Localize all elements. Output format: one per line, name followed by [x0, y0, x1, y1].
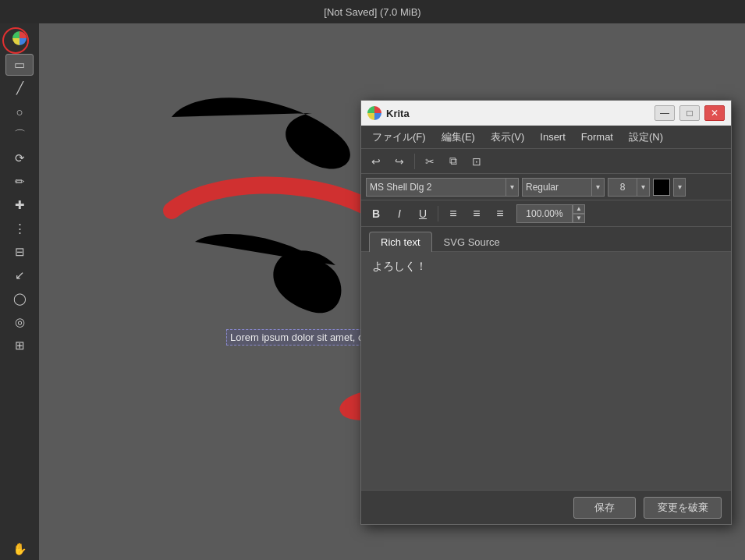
- dialog-edit-toolbar: ↩ ↪ ✂ ⧉ ⊡: [361, 149, 731, 174]
- font-size-dropdown[interactable]: ▾: [637, 178, 650, 197]
- save-button[interactable]: 保存: [573, 497, 636, 519]
- crop-icon: ✚: [15, 198, 25, 212]
- ellipse-icon: ○: [16, 105, 23, 119]
- magnetic-tool-button[interactable]: ◎: [5, 311, 34, 333]
- zoom-control: ▲ ▼: [516, 204, 585, 223]
- font-name-control: ▾: [366, 178, 519, 197]
- font-size-control: ▾: [608, 178, 650, 197]
- smart-patch-button[interactable]: ⊞: [5, 335, 34, 356]
- dialog-text-content[interactable]: よろしく！: [361, 252, 731, 490]
- zoom-up-button[interactable]: ▲: [573, 204, 585, 214]
- bold-button[interactable]: B: [366, 204, 386, 223]
- paste-icon: ⊡: [472, 155, 481, 168]
- dialog-krita-logo: [367, 106, 381, 120]
- italic-button[interactable]: I: [389, 204, 410, 223]
- maximize-button[interactable]: □: [679, 105, 700, 121]
- title-text: [Not Saved] (7.0 MiB): [324, 6, 420, 18]
- dialog-font-toolbar: ▾ ▾ ▾ ▾: [361, 174, 731, 200]
- undo-button[interactable]: ↩: [366, 152, 386, 171]
- eraser-tool-button[interactable]: ⊟: [5, 241, 34, 263]
- align-center-button[interactable]: ≡: [467, 204, 487, 223]
- italic-icon: I: [398, 207, 401, 220]
- menu-view[interactable]: 表示(V): [483, 127, 532, 147]
- align-center-icon: ≡: [473, 207, 480, 221]
- font-style-dropdown[interactable]: ▾: [592, 178, 605, 197]
- menu-file[interactable]: ファイル(F): [364, 127, 434, 147]
- ellipse-tool-button[interactable]: ○: [5, 101, 34, 122]
- dialog-format-toolbar: B I U ≡ ≡ ≡ ▲ ▼: [361, 200, 731, 227]
- transform-tool-button[interactable]: ⟳: [5, 147, 34, 169]
- copy-button[interactable]: ⧉: [443, 152, 463, 171]
- undo-icon: ↩: [371, 155, 381, 168]
- zoom-spinners: ▲ ▼: [573, 204, 585, 223]
- align-left-icon: ≡: [449, 207, 456, 221]
- copy-icon: ⧉: [449, 154, 457, 168]
- path-icon: ⌒: [14, 128, 26, 143]
- align-right-icon: ≡: [496, 207, 503, 221]
- crop-tool-button[interactable]: ✚: [5, 194, 34, 216]
- eraser-icon: ⊟: [15, 245, 25, 259]
- tab-svg-source[interactable]: SVG Source: [432, 232, 512, 252]
- align-right-button[interactable]: ≡: [490, 204, 510, 223]
- zoom-down-button[interactable]: ▼: [573, 214, 585, 223]
- minimize-button[interactable]: —: [655, 105, 675, 121]
- hand-tool-button[interactable]: ✋: [5, 538, 34, 560]
- dialog-titlebar: Krita — □ ✕: [361, 101, 731, 126]
- bezier-icon: ↙: [15, 268, 25, 282]
- smart-patch-icon: ⊞: [15, 338, 25, 353]
- sample-tool-button[interactable]: ⋮: [5, 218, 34, 239]
- font-style-input[interactable]: [522, 178, 592, 197]
- lasso-icon: ◯: [13, 292, 27, 306]
- krita-dialog: Krita — □ ✕ ファイル(F) 編集(E) 表示(V) Insert F…: [360, 100, 732, 525]
- dialog-footer: 保存 変更を破棄: [361, 490, 731, 524]
- font-style-control: ▾: [522, 178, 605, 197]
- select-tool-button[interactable]: ▭: [5, 54, 34, 76]
- format-sep: [438, 206, 438, 222]
- toolbar-separator-1: [414, 154, 415, 169]
- align-left-button[interactable]: ≡: [443, 204, 463, 223]
- tab-rich-text[interactable]: Rich text: [369, 232, 432, 252]
- zoom-input[interactable]: [516, 204, 573, 223]
- brush-tool-button[interactable]: ╱: [5, 77, 34, 99]
- color-dropdown[interactable]: ▾: [673, 178, 686, 197]
- font-name-input[interactable]: [366, 178, 506, 197]
- canvas-lorem-text: Lorem ipsum dolor sit amet, co: [230, 331, 369, 343]
- brush-icon: ╱: [16, 81, 23, 95]
- paste-button[interactable]: ⊡: [467, 152, 487, 171]
- bold-icon: B: [372, 207, 380, 220]
- hand-icon: ✋: [12, 542, 27, 556]
- left-toolbar: ▭ ╱ ○ ⌒ ⟳ ✏ ✚ ⋮ ⊟ ↙ ◯ ◎ ⊞ ✋: [0, 23, 39, 560]
- app-title-bar: [Not Saved] (7.0 MiB): [0, 0, 745, 23]
- discard-button[interactable]: 変更を破棄: [644, 497, 722, 519]
- freehand-icon: ✏: [15, 175, 25, 189]
- krita-logo-icon: [12, 31, 27, 45]
- select-icon: ▭: [14, 58, 25, 72]
- font-name-dropdown[interactable]: ▾: [506, 178, 519, 197]
- dialog-menubar: ファイル(F) 編集(E) 表示(V) Insert Format 設定(N): [361, 126, 731, 149]
- redo-icon: ↪: [395, 155, 404, 168]
- content-text: よろしく！: [372, 260, 427, 272]
- bezier-tool-button[interactable]: ↙: [5, 264, 34, 286]
- redo-button[interactable]: ↪: [389, 152, 410, 171]
- lasso-tool-button[interactable]: ◯: [5, 288, 34, 310]
- sample-icon: ⋮: [14, 222, 26, 236]
- cut-icon: ✂: [425, 155, 435, 168]
- underline-button[interactable]: U: [413, 204, 433, 223]
- menu-insert[interactable]: Insert: [532, 128, 573, 146]
- krita-logo-button[interactable]: [5, 27, 34, 49]
- font-size-input[interactable]: [608, 178, 637, 197]
- dialog-title: Krita: [386, 108, 650, 119]
- close-button[interactable]: ✕: [704, 105, 725, 121]
- freehand-tool-button[interactable]: ✏: [5, 171, 34, 193]
- path-tool-button[interactable]: ⌒: [5, 124, 34, 146]
- menu-settings[interactable]: 設定(N): [621, 127, 671, 147]
- transform-icon: ⟳: [15, 151, 25, 165]
- menu-edit[interactable]: 編集(E): [434, 127, 483, 147]
- canvas-text-block[interactable]: Lorem ipsum dolor sit amet, co: [226, 329, 382, 346]
- text-color-swatch[interactable]: [653, 179, 670, 196]
- magnetic-icon: ◎: [15, 315, 25, 329]
- underline-icon: U: [419, 207, 427, 220]
- dialog-tabs: Rich text SVG Source: [361, 227, 731, 252]
- menu-format[interactable]: Format: [573, 128, 621, 146]
- cut-button[interactable]: ✂: [420, 152, 440, 171]
